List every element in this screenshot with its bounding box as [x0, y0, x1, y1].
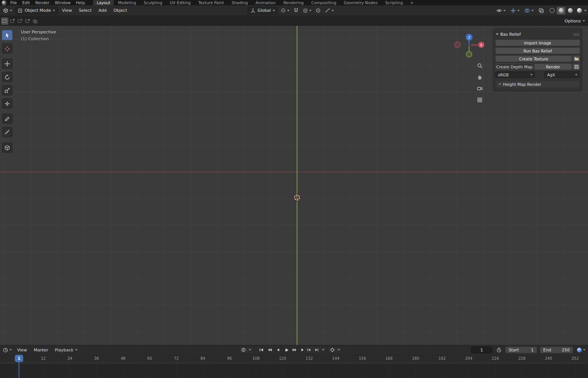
- render-button[interactable]: Render: [534, 63, 572, 70]
- tool-rotate[interactable]: [2, 72, 13, 82]
- timeline-menu-playback[interactable]: Playback: [52, 346, 80, 354]
- step-back-button[interactable]: [305, 346, 313, 354]
- auto-keying-toggle[interactable]: [240, 346, 247, 354]
- axis-y-ball[interactable]: [466, 52, 472, 57]
- axis-neg-x-ball[interactable]: [455, 42, 460, 48]
- import-image-button[interactable]: Import Image: [495, 40, 580, 46]
- height-map-render-subpanel[interactable]: Height Map Render: [496, 81, 579, 87]
- menu-select[interactable]: Select: [76, 8, 94, 13]
- timeline-ruler[interactable]: 12 24 36 48 60 72 84 96 108 120 132 144 …: [0, 354, 588, 364]
- save-render-button[interactable]: [573, 63, 580, 70]
- timeline-menu-view[interactable]: View: [14, 348, 30, 353]
- add-workspace-button[interactable]: +: [407, 0, 417, 5]
- view-transform-dropdown[interactable]: AgX: [544, 71, 580, 78]
- options-dropdown[interactable]: Options: [565, 16, 585, 26]
- snap-toggle-button[interactable]: [292, 7, 300, 14]
- workspace-tab-sculpting[interactable]: Sculpting: [140, 0, 166, 5]
- create-texture-button[interactable]: Create Texture: [495, 55, 572, 62]
- shading-solid-button[interactable]: [557, 7, 565, 14]
- create-depth-map-button[interactable]: Create Depth Map: [495, 63, 533, 70]
- gizmos-toggle-dropdown[interactable]: [509, 7, 521, 14]
- jump-to-start-button[interactable]: [258, 346, 265, 354]
- select-mode-intersect-button[interactable]: [32, 17, 39, 25]
- next-keyframe-button[interactable]: [291, 346, 299, 354]
- step-forward-button[interactable]: [313, 346, 321, 354]
- keying-set-button[interactable]: [329, 346, 336, 354]
- menu-file[interactable]: File: [8, 0, 20, 5]
- select-mode-invert-button[interactable]: [24, 17, 31, 25]
- workspace-tab-shading[interactable]: Shading: [228, 0, 252, 5]
- xray-toggle[interactable]: [537, 7, 545, 14]
- workspace-tab-uv-editing[interactable]: UV Editing: [166, 0, 194, 5]
- panel-grip-icon[interactable]: [573, 33, 579, 36]
- workspace-tab-compositing[interactable]: Compositing: [308, 0, 340, 5]
- shading-wireframe-button[interactable]: [548, 7, 556, 14]
- select-mode-new-button[interactable]: [1, 17, 8, 25]
- menu-window[interactable]: Window: [52, 0, 73, 5]
- blender-logo-icon[interactable]: [2, 0, 6, 5]
- end-frame-field[interactable]: End 250: [540, 346, 573, 353]
- timeline-tracks[interactable]: [0, 364, 588, 378]
- keying-set-dropdown[interactable]: [337, 346, 341, 354]
- snap-settings-dropdown[interactable]: [302, 7, 313, 14]
- workspace-tab-animation[interactable]: Animation: [251, 0, 280, 5]
- visibility-dropdown[interactable]: [495, 7, 507, 14]
- tool-annotate[interactable]: [2, 114, 13, 124]
- tool-measure[interactable]: [2, 127, 13, 137]
- tool-add-cube[interactable]: [2, 142, 13, 153]
- play-reverse-button[interactable]: [274, 346, 282, 354]
- color-space-dropdown[interactable]: sRGB: [495, 71, 535, 78]
- step-options-dropdown[interactable]: [321, 346, 326, 354]
- panel-header[interactable]: Bas Relief: [495, 30, 580, 38]
- zoom-view-button[interactable]: [476, 62, 484, 70]
- prev-keyframe-button[interactable]: [266, 346, 273, 354]
- browse-texture-button[interactable]: [573, 55, 580, 62]
- menu-edit[interactable]: Edit: [20, 0, 33, 5]
- proportional-editing-toggle[interactable]: [314, 7, 322, 14]
- menu-object[interactable]: Object: [111, 8, 130, 13]
- workspace-tab-geometry-nodes[interactable]: Geometry Nodes: [340, 0, 381, 5]
- workspace-tab-scripting[interactable]: Scripting: [381, 0, 407, 5]
- select-mode-subtract-button[interactable]: [16, 17, 24, 25]
- playhead[interactable]: 1: [15, 355, 23, 362]
- falloff-dropdown[interactable]: [324, 7, 335, 14]
- menu-help[interactable]: Help: [73, 0, 88, 5]
- camera-view-button[interactable]: [476, 84, 484, 93]
- workspace-tab-modeling[interactable]: Modeling: [114, 0, 140, 5]
- menu-add[interactable]: Add: [96, 8, 109, 13]
- overlays-toggle-dropdown[interactable]: [523, 7, 535, 14]
- select-mode-extend-button[interactable]: [9, 17, 16, 25]
- shading-rendered-button[interactable]: [575, 7, 583, 14]
- current-frame-field[interactable]: 1: [471, 346, 492, 353]
- run-bas-relief-label: Run Bas Relief: [523, 49, 552, 53]
- tool-scale[interactable]: [2, 85, 13, 95]
- viewport-3d[interactable]: User Perspective (1) Collection: [0, 26, 588, 345]
- workspace-tab-texture-paint[interactable]: Texture Paint: [194, 0, 228, 5]
- workspace-tab-rendering[interactable]: Rendering: [280, 0, 308, 5]
- ortho-toggle-button[interactable]: [476, 96, 484, 104]
- tool-select-box[interactable]: [2, 30, 13, 40]
- menu-view[interactable]: View: [59, 8, 74, 13]
- pivot-point-dropdown[interactable]: [279, 7, 291, 14]
- workspace-tab-layout[interactable]: Layout: [93, 0, 114, 5]
- shading-material-button[interactable]: [566, 7, 574, 14]
- tool-move[interactable]: [2, 59, 13, 69]
- run-bas-relief-button[interactable]: Run Bas Relief: [495, 47, 580, 54]
- timeline-sync-dropdown[interactable]: [576, 346, 586, 354]
- timeline-area[interactable]: 12 24 36 48 60 72 84 96 108 120 132 144 …: [0, 354, 588, 378]
- timeline-menu-marker[interactable]: Marker: [31, 348, 51, 353]
- timeline-editor-type-button[interactable]: [2, 346, 13, 354]
- pan-view-button[interactable]: [476, 73, 484, 81]
- use-preview-range-button[interactable]: [495, 346, 503, 354]
- editor-type-button[interactable]: [2, 7, 13, 14]
- step-back-icon: [306, 347, 311, 353]
- auto-keying-dropdown[interactable]: [248, 346, 252, 354]
- play-button[interactable]: [283, 346, 290, 354]
- menu-render[interactable]: Render: [33, 0, 52, 5]
- mode-dropdown[interactable]: Object Mode: [15, 7, 58, 14]
- tool-transform[interactable]: [2, 98, 13, 109]
- tool-cursor[interactable]: [2, 43, 13, 54]
- transform-orientation-dropdown[interactable]: Global: [248, 7, 278, 14]
- start-frame-field[interactable]: Start 1: [505, 346, 537, 353]
- navigation-gizmo[interactable]: Z X: [450, 28, 492, 65]
